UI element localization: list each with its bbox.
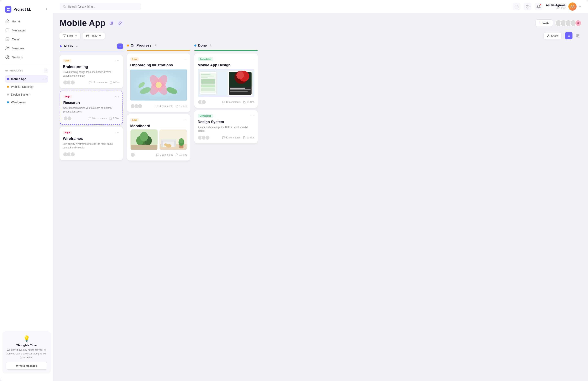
filter-button[interactable]: Filter [60,32,81,39]
card-avatars [198,135,210,140]
comment-icon [155,105,158,107]
link-button[interactable] [117,20,124,26]
project-item-wireframes[interactable]: Wireframes ··· [5,99,48,106]
app-name: Project M. [14,7,31,12]
project-more-btn[interactable]: ··· [43,77,46,81]
today-label: Today [90,34,97,37]
priority-badge-completed: Completed [198,57,213,61]
project-item-website-redesign[interactable]: Website Redesign ··· [5,83,48,90]
svg-point-6 [7,57,8,58]
card-menu-button[interactable]: ··· [183,118,187,122]
card-menu-button[interactable]: ··· [250,113,254,118]
help-button[interactable] [524,3,531,10]
project-label: Wireframes [11,101,26,104]
project-dot [7,93,9,96]
filter-icon [63,34,66,37]
card-description: Brainstorming brings team members' diver… [63,70,120,78]
my-projects-header: MY PROJECTS + [5,68,48,73]
card-stats: 12 comments 15 files [222,101,254,104]
card-avatars [63,80,75,85]
svg-rect-65 [201,79,215,84]
svg-rect-76 [230,91,248,92]
svg-marker-14 [63,35,66,37]
invite-button[interactable]: + Invite [536,20,553,27]
search-input[interactable] [68,5,138,8]
user-share-icon [547,34,550,37]
svg-rect-75 [230,89,251,90]
project-item-design-system[interactable]: Design System ··· [5,91,48,98]
card-mobile-app-design: Completed ··· Mobile App Design [194,54,258,108]
write-message-button[interactable]: Write a message [6,362,47,370]
user-location: U.P, India [546,7,566,10]
file-icon [176,153,178,156]
flower-illustration [130,69,187,101]
edit-title-button[interactable] [108,20,115,26]
project-item-mobile-app[interactable]: Mobile App ··· [5,75,48,83]
nav-home-label: Home [12,20,20,23]
card-menu-button[interactable]: ··· [115,130,120,135]
project-label: Design System [11,93,30,96]
card-top: High ··· [63,130,120,135]
sidebar-item-tasks[interactable]: Tasks [2,35,51,44]
board-title-area: Mobile App [60,18,124,28]
board-title: Mobile App [60,18,105,28]
calendar-filter-icon [86,34,89,37]
column-on-progress: On Progress 3 Low ··· Onboarding Illustr… [127,43,190,371]
user-profile[interactable]: Anima Agrawal U.P, India AA [546,2,582,11]
svg-point-7 [63,5,65,7]
project-dot [7,101,9,103]
list-view-button[interactable] [565,32,572,39]
grid-view-button[interactable] [574,32,582,39]
column-done-header: Done 2 [194,43,258,48]
add-todo-button[interactable]: + [117,43,123,49]
link-icon [118,21,122,25]
today-button[interactable]: Today [83,32,105,39]
nav-settings-label: Settings [12,56,23,59]
card-top: Completed ··· [198,57,254,61]
todo-underline [60,52,123,52]
card-avatars [63,152,75,157]
sidebar-item-settings[interactable]: Settings [2,53,51,62]
file-count: 15 files [247,136,254,139]
sidebar-item-messages[interactable]: Messages [2,26,51,35]
notifications-button[interactable] [535,3,543,10]
sidebar-item-home[interactable]: Home [2,17,51,26]
collapse-btn[interactable] [44,7,48,12]
share-label: Share [551,34,558,37]
card-brainstorming: Low ··· Brainstorming Brainstorming brin… [60,55,123,88]
topbar-right: Anima Agrawal U.P, India AA [513,2,582,11]
sidebar-item-members[interactable]: Members [2,44,51,53]
logo-icon [5,6,11,13]
main-nav: Home Messages Tasks Members Settings [0,17,53,62]
card-menu-button[interactable]: ··· [250,57,254,61]
user-name: Anima Agrawal [546,3,566,7]
comment-count: 12 comments [226,136,240,139]
files-stat: 3 files [109,117,119,120]
card-footer: 12 comments 15 files [198,100,254,105]
calendar-button[interactable] [513,3,520,10]
priority-badge-low: Low [63,59,71,63]
files-stat: 10 files [176,153,187,156]
my-projects-label: MY PROJECTS [5,69,23,72]
card-footer: 12 comments 0 files [63,80,120,85]
svg-rect-29 [578,36,579,37]
sidebar: Project M. Home Messages Tasks Members [0,0,53,381]
card-title: Moodboard [130,124,187,128]
logo-area: Project M. [0,4,53,17]
card-menu-button[interactable]: ··· [115,58,120,63]
share-button[interactable]: Share [544,32,562,39]
card-menu-button[interactable]: ··· [115,94,119,99]
comments-stat: 9 comments [156,153,173,156]
my-projects-section: MY PROJECTS + Mobile App ··· Website Red… [0,68,53,106]
card-title: Wireframes [63,137,120,141]
svg-rect-51 [161,139,176,142]
card-menu-button[interactable]: ··· [183,57,187,61]
svg-rect-53 [174,141,176,147]
user-avatar-placeholder: AA [568,2,577,11]
topbar: Anima Agrawal U.P, India AA [53,0,588,13]
card-avatar-2 [67,116,72,121]
add-project-button[interactable]: + [44,68,48,73]
comment-icon [89,81,92,84]
files-stat: 0 files [110,81,120,84]
search-box[interactable] [60,3,141,10]
